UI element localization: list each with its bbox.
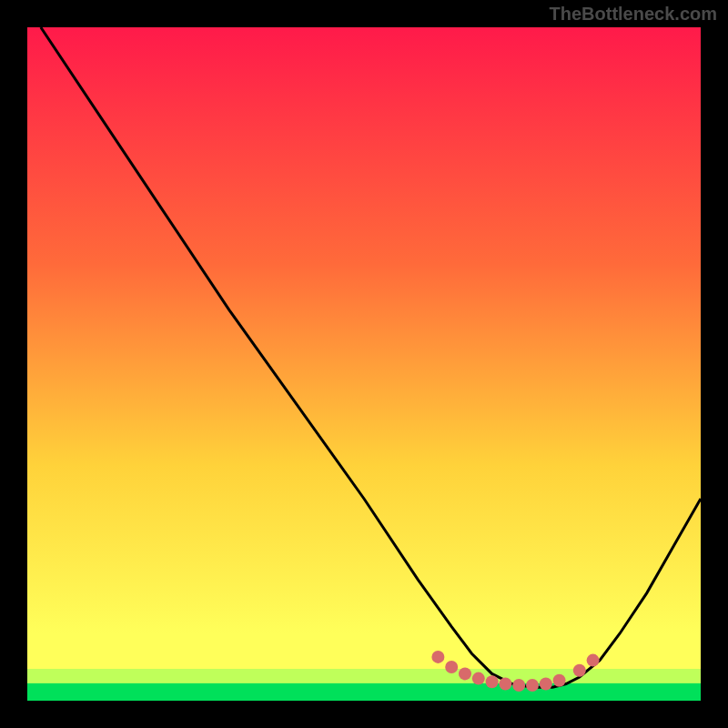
- plot-area: [27, 27, 701, 701]
- marker-dot: [587, 654, 600, 667]
- marker-dot: [526, 679, 539, 692]
- gradient-background: [27, 27, 701, 701]
- marker-dot: [540, 678, 552, 691]
- marker-dot: [459, 667, 471, 680]
- marker-dot: [445, 661, 458, 673]
- green-band: [27, 682, 701, 701]
- marker-dot: [431, 651, 444, 663]
- marker-dot: [486, 675, 499, 688]
- chart-frame: TheBottleneck.com: [0, 0, 728, 728]
- watermark-text: TheBottleneck.com: [550, 4, 717, 25]
- marker-dot: [512, 679, 525, 692]
- chart-svg: [27, 27, 701, 701]
- marker-dot: [472, 672, 485, 685]
- green-fade: [27, 669, 701, 683]
- marker-dot: [553, 674, 566, 687]
- marker-dot: [573, 664, 586, 677]
- marker-dot: [499, 678, 511, 691]
